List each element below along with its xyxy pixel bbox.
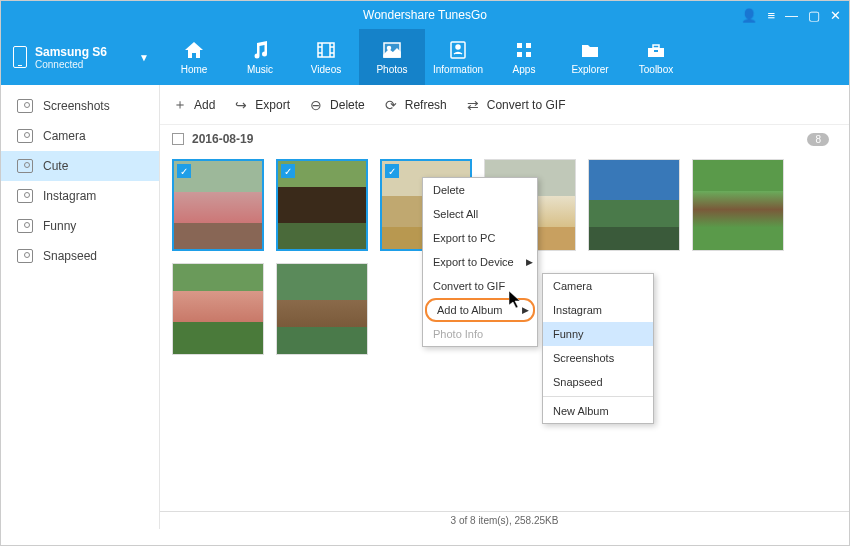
svg-rect-14 (526, 52, 531, 57)
menu-icon[interactable]: ≡ (767, 8, 775, 23)
toolbar: ＋Add ↪Export ⊖Delete ⟳Refresh ⇄Convert t… (160, 85, 849, 125)
sidebar-item-camera[interactable]: Camera (1, 121, 159, 151)
date-checkbox[interactable] (172, 133, 184, 145)
chevron-down-icon: ▼ (139, 52, 149, 63)
date-count-badge: 8 (807, 133, 829, 146)
refresh-icon: ⟳ (383, 97, 399, 113)
submenu-item-screenshots[interactable]: Screenshots (543, 346, 653, 370)
sidebar-item-screenshots[interactable]: Screenshots (1, 91, 159, 121)
toolbox-icon (645, 40, 667, 60)
submenu[interactable]: CameraInstagramFunnyScreenshotsSnapseedN… (542, 273, 654, 424)
svg-rect-11 (517, 43, 522, 48)
refresh-button[interactable]: ⟳Refresh (383, 97, 447, 113)
menu-item-delete[interactable]: Delete (423, 178, 537, 202)
context-menu[interactable]: DeleteSelect AllExport to PCExport to De… (422, 177, 538, 347)
export-button[interactable]: ↪Export (233, 97, 290, 113)
convert-button[interactable]: ⇄Convert to GIF (465, 97, 566, 113)
camera-icon (17, 189, 33, 203)
nav-label: Explorer (571, 64, 608, 75)
submenu-arrow-icon: ▶ (526, 257, 533, 267)
minus-icon: ⊖ (308, 97, 324, 113)
nav-info[interactable]: Information (425, 29, 491, 85)
convert-icon: ⇄ (465, 97, 481, 113)
close-icon[interactable]: ✕ (830, 8, 841, 23)
menu-item-add-to-album[interactable]: Add to Album▶ (425, 298, 535, 322)
sidebar-label: Screenshots (43, 99, 110, 113)
camera-icon (17, 129, 33, 143)
minimize-icon[interactable]: — (785, 8, 798, 23)
thumbnail[interactable]: ✓ (172, 159, 264, 251)
info-icon (447, 40, 469, 60)
window-controls: 👤 ≡ — ▢ ✕ (741, 1, 841, 29)
nav-photos[interactable]: Photos (359, 29, 425, 85)
submenu-item-new-album[interactable]: New Album (543, 399, 653, 423)
sidebar-label: Funny (43, 219, 76, 233)
svg-rect-17 (654, 50, 658, 52)
statusbar: 3 of 8 item(s), 258.25KB (160, 511, 849, 529)
menu-item-export-to-device[interactable]: Export to Device▶ (423, 250, 537, 274)
sidebar-item-cute[interactable]: Cute (1, 151, 159, 181)
sidebar-item-funny[interactable]: Funny (1, 211, 159, 241)
nav-label: Apps (513, 64, 536, 75)
device-selector[interactable]: Samsung S6 Connected ▼ (1, 29, 161, 85)
sidebar-item-instagram[interactable]: Instagram (1, 181, 159, 211)
thumbnail[interactable] (276, 263, 368, 355)
home-icon (183, 40, 205, 60)
nav-videos[interactable]: Videos (293, 29, 359, 85)
thumbnail[interactable]: ✓ (276, 159, 368, 251)
titlebar: Wondershare TunesGo 👤 ≡ — ▢ ✕ (1, 1, 849, 29)
menu-item-convert-to-gif[interactable]: Convert to GIF (423, 274, 537, 298)
nav-toolbox[interactable]: Toolbox (623, 29, 689, 85)
device-status: Connected (35, 59, 131, 70)
camera-icon (17, 159, 33, 173)
nav-apps[interactable]: Apps (491, 29, 557, 85)
videos-icon (315, 40, 337, 60)
maximize-icon[interactable]: ▢ (808, 8, 820, 23)
date-text: 2016-08-19 (192, 132, 253, 146)
thumbnail[interactable] (692, 159, 784, 251)
nav-home[interactable]: Home (161, 29, 227, 85)
add-button[interactable]: ＋Add (172, 97, 215, 113)
phone-icon (13, 46, 27, 68)
nav-music[interactable]: Music (227, 29, 293, 85)
thumbnail-image (277, 264, 367, 354)
camera-icon (17, 99, 33, 113)
submenu-item-instagram[interactable]: Instagram (543, 298, 653, 322)
check-icon: ✓ (281, 164, 295, 178)
svg-rect-12 (526, 43, 531, 48)
music-icon (249, 40, 271, 60)
submenu-item-funny[interactable]: Funny (543, 322, 653, 346)
check-icon: ✓ (385, 164, 399, 178)
device-name: Samsung S6 (35, 45, 131, 59)
app-title: Wondershare TunesGo (363, 8, 487, 22)
thumbnail-grid: ✓✓✓DeleteSelect AllExport to PCExport to… (160, 153, 849, 511)
header: Samsung S6 Connected ▼ HomeMusicVideosPh… (1, 29, 849, 85)
sidebar: ScreenshotsCameraCuteInstagramFunnySnaps… (1, 85, 160, 529)
svg-rect-13 (517, 52, 522, 57)
submenu-item-camera[interactable]: Camera (543, 274, 653, 298)
content: ＋Add ↪Export ⊖Delete ⟳Refresh ⇄Convert t… (160, 85, 849, 529)
thumbnail-image (173, 264, 263, 354)
thumbnail[interactable] (588, 159, 680, 251)
submenu-item-snapseed[interactable]: Snapseed (543, 370, 653, 394)
sidebar-label: Instagram (43, 189, 96, 203)
plus-icon: ＋ (172, 97, 188, 113)
nav-explorer[interactable]: Explorer (557, 29, 623, 85)
nav-label: Music (247, 64, 273, 75)
menu-item-export-to-pc[interactable]: Export to PC (423, 226, 537, 250)
menu-item-select-all[interactable]: Select All (423, 202, 537, 226)
body: ScreenshotsCameraCuteInstagramFunnySnaps… (1, 85, 849, 529)
photos-icon (381, 40, 403, 60)
svg-rect-0 (318, 43, 334, 57)
delete-button[interactable]: ⊖Delete (308, 97, 365, 113)
device-text: Samsung S6 Connected (35, 45, 131, 70)
svg-rect-16 (653, 45, 659, 48)
svg-point-8 (388, 46, 391, 49)
svg-rect-15 (648, 48, 664, 57)
camera-icon (17, 219, 33, 233)
navbar: HomeMusicVideosPhotosInformationAppsExpl… (161, 29, 849, 85)
sidebar-item-snapseed[interactable]: Snapseed (1, 241, 159, 271)
check-icon: ✓ (177, 164, 191, 178)
user-icon[interactable]: 👤 (741, 8, 757, 23)
thumbnail[interactable] (172, 263, 264, 355)
